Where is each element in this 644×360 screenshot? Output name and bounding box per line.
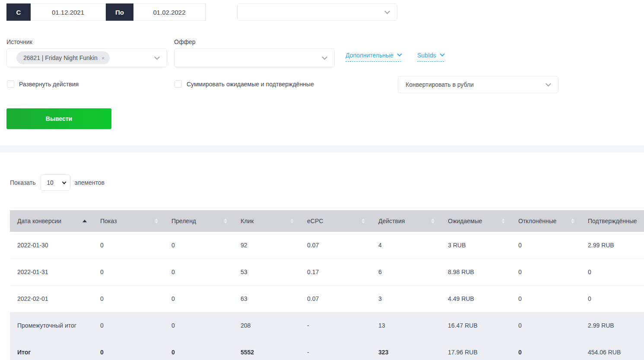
table-row: 2022-01-30 0 0 92 0.07 4 3 RUB 0 2.99 RU…: [10, 232, 644, 259]
column-header-preland[interactable]: Преленд: [164, 210, 233, 232]
cell-actions: 4: [371, 232, 441, 259]
cell-confirmed: 0: [581, 285, 644, 312]
cell-ecpc: -: [300, 312, 371, 339]
date-to-group: По: [106, 3, 206, 21]
cell-confirmed: 2.99 RUB: [581, 312, 644, 339]
cell-confirmed: 2.99 RUB: [581, 232, 644, 259]
cell-rejected: 0: [511, 312, 581, 339]
chevron-down-icon: [62, 180, 66, 184]
column-header-expected[interactable]: Ожидаемые: [441, 210, 511, 232]
cell-expected: 3 RUB: [441, 232, 511, 259]
cell-actions: 323: [371, 339, 441, 360]
cell-preland: 0: [164, 312, 233, 339]
date-from-input[interactable]: [31, 3, 106, 21]
sort-icon: [501, 218, 505, 224]
column-label: Клик: [241, 218, 254, 224]
page-size-value: 10: [41, 179, 60, 186]
offer-select[interactable]: [174, 48, 335, 67]
items-label: элементов: [75, 179, 105, 186]
cell-date: 2022-01-30: [10, 232, 93, 259]
sort-icon: [431, 218, 435, 224]
chevron-down-icon: [546, 81, 551, 87]
source-label: Источник: [6, 38, 32, 45]
page-size-select[interactable]: 10: [41, 174, 70, 191]
column-header-clicks[interactable]: Клик: [233, 210, 300, 232]
sum-expected-confirmed-option: Суммировать ожидаемые и подтверждённые: [174, 80, 314, 88]
column-header-confirmed[interactable]: Подтверждённые: [581, 210, 644, 232]
date-to-label: По: [106, 3, 133, 21]
additional-filters-link[interactable]: Дополнительные: [346, 52, 401, 62]
cell-subtotal-label: Промежуточный итог: [10, 312, 93, 339]
cell-impressions: 0: [93, 259, 164, 285]
show-label: Показать: [10, 179, 36, 186]
source-tag: 26821 | Friday Night Funkin ×: [16, 51, 110, 64]
cell-ecpc: 0.07: [300, 232, 371, 259]
stats-page: С По Источник Оффер 26821 | Friday Night…: [0, 0, 644, 360]
chevron-down-icon: [397, 52, 402, 57]
column-header-conversion-date[interactable]: Дата конверсии: [10, 210, 93, 232]
expand-actions-label: Развернуть действия: [19, 81, 79, 88]
subtotal-row: Промежуточный итог 0 0 208 - 13 16.47 RU…: [10, 312, 644, 339]
cell-impressions: 0: [93, 312, 164, 339]
column-label: Дата конверсии: [17, 218, 61, 224]
page-size-controls: Показать 10 элементов: [10, 174, 105, 191]
column-label: Отклонённые: [518, 218, 557, 224]
source-select[interactable]: 26821 | Friday Night Funkin ×: [6, 48, 167, 67]
currency-select[interactable]: Конвертировать в рубли: [398, 76, 558, 93]
period-select[interactable]: [237, 3, 397, 21]
column-header-actions[interactable]: Действия: [371, 210, 441, 232]
cell-date: 2022-02-01: [10, 285, 93, 312]
sort-ascending-icon: [82, 220, 87, 222]
cell-clicks: 208: [233, 312, 300, 339]
cell-preland: 0: [164, 259, 233, 285]
subids-link[interactable]: SubIds: [417, 52, 444, 62]
cell-rejected: 0: [511, 285, 581, 312]
cell-expected: 16.47 RUB: [441, 312, 511, 339]
chevron-down-icon: [154, 54, 160, 60]
column-label: Действия: [378, 218, 405, 224]
submit-button[interactable]: Вывести: [6, 108, 111, 129]
column-header-rejected[interactable]: Отклонённые: [511, 210, 581, 232]
sum-expected-confirmed-checkbox[interactable]: [174, 80, 182, 88]
cell-rejected: 0: [511, 339, 581, 360]
subids-label: SubIds: [417, 52, 436, 59]
stats-table-wrap: Дата конверсии Показ Преленд Клик eCPC: [10, 210, 644, 360]
cell-expected: 4.49 RUB: [441, 285, 511, 312]
additional-filters-label: Дополнительные: [346, 52, 393, 59]
cell-actions: 3: [371, 285, 441, 312]
column-header-impressions[interactable]: Показ: [93, 210, 164, 232]
total-row: Итог 0 0 5552 - 323 17.96 RUB 0 454.06 R…: [10, 339, 644, 360]
offer-label: Оффер: [174, 38, 196, 45]
date-to-input[interactable]: [133, 3, 206, 21]
cell-preland: 0: [164, 232, 233, 259]
cell-clicks: 53: [233, 259, 300, 285]
cell-rejected: 0: [511, 259, 581, 285]
column-header-ecpc[interactable]: eCPC: [300, 210, 371, 232]
cell-expected: 17.96 RUB: [441, 339, 511, 360]
sort-icon: [224, 218, 227, 224]
cell-ecpc: 0.17: [300, 259, 371, 285]
column-label: Показ: [100, 218, 117, 224]
date-from-group: С: [6, 3, 106, 21]
cell-expected: 8.98 RUB: [441, 259, 511, 285]
column-label: Преленд: [171, 218, 196, 224]
column-label: Ожидаемые: [448, 218, 482, 224]
cell-impressions: 0: [93, 339, 164, 360]
chevron-down-icon: [322, 54, 327, 60]
cell-rejected: 0: [511, 232, 581, 259]
table-row: 2022-02-01 0 0 63 0.07 3 4.49 RUB 0 0: [10, 285, 644, 312]
column-label: eCPC: [307, 218, 323, 224]
cell-clicks: 63: [233, 285, 300, 312]
cell-date: 2022-01-31: [10, 259, 93, 285]
cell-clicks: 5552: [233, 339, 300, 360]
sort-icon: [290, 218, 294, 224]
cell-impressions: 0: [93, 232, 164, 259]
cell-actions: 6: [371, 259, 441, 285]
source-tag-label: 26821 | Friday Night Funkin: [23, 54, 98, 61]
expand-actions-checkbox[interactable]: [7, 80, 14, 88]
sort-icon: [362, 218, 365, 224]
expand-actions-option: Развернуть действия: [7, 80, 79, 88]
remove-tag-icon[interactable]: ×: [102, 55, 105, 61]
currency-select-value: Конвертировать в рубли: [406, 81, 474, 88]
cell-clicks: 92: [233, 232, 300, 259]
